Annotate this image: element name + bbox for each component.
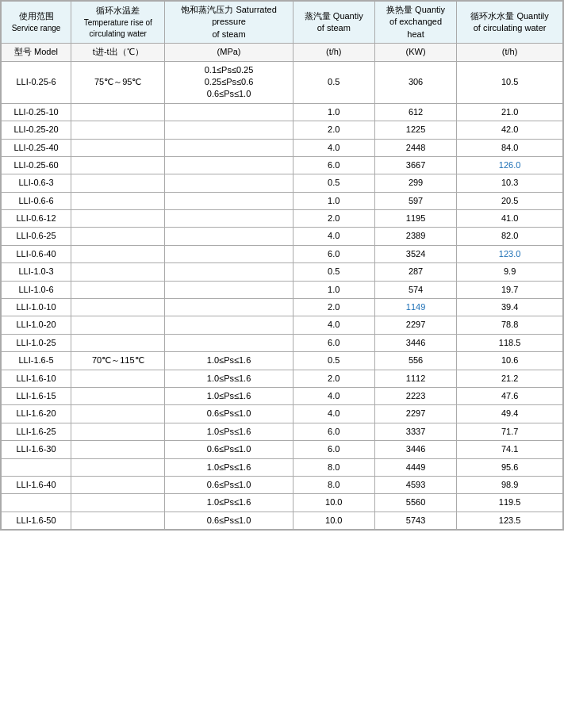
cell-steam: 1.0 bbox=[293, 281, 374, 298]
table-row: LLI-0.6-6 1.0 597 20.5 bbox=[2, 192, 563, 209]
cell-temp bbox=[71, 370, 165, 387]
cell-model bbox=[2, 458, 71, 476]
cell-pressure: 0.6≤Ps≤1.0 bbox=[165, 512, 293, 529]
cell-temp bbox=[71, 423, 165, 440]
table-row: LLI-0.6-40 6.0 3524 123.0 bbox=[2, 245, 563, 262]
cell-pressure: 0.6≤Ps≤1.0 bbox=[165, 405, 293, 423]
cell-pressure bbox=[165, 121, 293, 139]
cell-water: 95.6 bbox=[457, 458, 563, 476]
cell-pressure bbox=[165, 228, 293, 245]
cell-pressure: 1.0≤Ps≤1.6 bbox=[165, 423, 293, 440]
cell-steam: 0.5 bbox=[293, 263, 374, 281]
cell-heat: 597 bbox=[374, 192, 456, 209]
table-row: LLI-0.25-10 1.0 612 21.0 bbox=[2, 103, 563, 121]
cell-model: LLI-1.6-20 bbox=[2, 405, 71, 423]
cell-model: LLI-1.6-5 bbox=[2, 352, 71, 370]
cell-water: 78.8 bbox=[457, 316, 563, 334]
cell-pressure: 0.1≤Ps≤0.250.25≤Ps≤0.60.6≤Ps≤1.0 bbox=[165, 61, 293, 103]
cell-heat: 4449 bbox=[374, 458, 456, 476]
cell-temp bbox=[71, 156, 165, 174]
cell-pressure bbox=[165, 334, 293, 351]
cell-model: LLI-1.6-15 bbox=[2, 387, 71, 404]
subheader-temp: t进-t出（℃） bbox=[71, 44, 165, 61]
cell-temp: 70℃～115℃ bbox=[71, 352, 165, 370]
cell-model: LLI-1.6-10 bbox=[2, 370, 71, 387]
cell-pressure bbox=[165, 245, 293, 262]
cell-heat: 612 bbox=[374, 103, 456, 121]
table-row: 1.0≤Ps≤1.6 8.0 4449 95.6 bbox=[2, 458, 563, 476]
table-row: LLI-1.0-20 4.0 2297 78.8 bbox=[2, 316, 563, 334]
cell-heat: 299 bbox=[374, 174, 456, 192]
cell-temp bbox=[71, 441, 165, 458]
cell-water: 9.9 bbox=[457, 263, 563, 281]
cell-model: LLI-0.6-25 bbox=[2, 228, 71, 245]
table-row: LLI-1.0-10 2.0 1149 39.4 bbox=[2, 299, 563, 316]
cell-water: 47.6 bbox=[457, 387, 563, 404]
cell-heat: 1195 bbox=[374, 210, 456, 228]
cell-water: 10.6 bbox=[457, 352, 563, 370]
cell-temp bbox=[71, 334, 165, 351]
cell-temp bbox=[71, 139, 165, 156]
cell-temp bbox=[71, 263, 165, 281]
cell-pressure bbox=[165, 263, 293, 281]
cell-temp bbox=[71, 174, 165, 192]
table-row: LLI-1.0-25 6.0 3446 118.5 bbox=[2, 334, 563, 351]
cell-steam: 6.0 bbox=[293, 156, 374, 174]
cell-water: 21.0 bbox=[457, 103, 563, 121]
cell-heat: 2389 bbox=[374, 228, 456, 245]
table-row: LLI-1.6-15 1.0≤Ps≤1.6 4.0 2223 47.6 bbox=[2, 387, 563, 404]
table-row: LLI-1.6-10 1.0≤Ps≤1.6 2.0 1112 21.2 bbox=[2, 370, 563, 387]
cell-heat: 2297 bbox=[374, 316, 456, 334]
cell-water: 10.5 bbox=[457, 61, 563, 103]
cell-steam: 6.0 bbox=[293, 441, 374, 458]
table-row: LLI-1.6-25 1.0≤Ps≤1.6 6.0 3337 71.7 bbox=[2, 423, 563, 440]
table-row: LLI-1.6-5 70℃～115℃ 1.0≤Ps≤1.6 0.5 556 10… bbox=[2, 352, 563, 370]
cell-pressure: 0.6≤Ps≤1.0 bbox=[165, 476, 293, 493]
cell-steam: 2.0 bbox=[293, 210, 374, 228]
subheader-th: (t/h) bbox=[293, 44, 374, 61]
cell-water: 21.2 bbox=[457, 370, 563, 387]
cell-steam: 1.0 bbox=[293, 103, 374, 121]
cell-model: LLI-0.6-12 bbox=[2, 210, 71, 228]
cell-steam: 0.5 bbox=[293, 61, 374, 103]
cell-pressure: 1.0≤Ps≤1.6 bbox=[165, 370, 293, 387]
cell-steam: 4.0 bbox=[293, 405, 374, 423]
cell-temp: 75℃～95℃ bbox=[71, 61, 165, 103]
table-row: LLI-0.25-20 2.0 1225 42.0 bbox=[2, 121, 563, 139]
table-row: LLI-0.25-6 75℃～95℃ 0.1≤Ps≤0.250.25≤Ps≤0.… bbox=[2, 61, 563, 103]
cell-water: 42.0 bbox=[457, 121, 563, 139]
table-row: LLI-1.0-6 1.0 574 19.7 bbox=[2, 281, 563, 298]
cell-temp bbox=[71, 192, 165, 209]
table-row: LLI-1.6-50 0.6≤Ps≤1.0 10.0 5743 123.5 bbox=[2, 512, 563, 529]
cell-steam: 6.0 bbox=[293, 423, 374, 440]
cell-model: LLI-0.25-20 bbox=[2, 121, 71, 139]
table-row: LLI-0.6-3 0.5 299 10.3 bbox=[2, 174, 563, 192]
cell-water: 41.0 bbox=[457, 210, 563, 228]
main-table-container: 使用范围 Service range 循环水温差 Temperature ris… bbox=[0, 0, 564, 531]
cell-model: LLI-1.6-40 bbox=[2, 476, 71, 493]
cell-steam: 10.0 bbox=[293, 512, 374, 529]
cell-water: 82.0 bbox=[457, 228, 563, 245]
cell-water: 71.7 bbox=[457, 423, 563, 440]
cell-heat: 2223 bbox=[374, 387, 456, 404]
cell-heat: 574 bbox=[374, 281, 456, 298]
cell-steam: 2.0 bbox=[293, 299, 374, 316]
cell-water: 123.5 bbox=[457, 512, 563, 529]
cell-heat: 4593 bbox=[374, 476, 456, 493]
cell-temp bbox=[71, 228, 165, 245]
cell-heat: 1225 bbox=[374, 121, 456, 139]
subheader-model: 型号 Model bbox=[2, 44, 71, 61]
cell-pressure: 1.0≤Ps≤1.6 bbox=[165, 458, 293, 476]
cell-pressure bbox=[165, 192, 293, 209]
cell-heat: 5743 bbox=[374, 512, 456, 529]
cell-steam: 4.0 bbox=[293, 387, 374, 404]
cell-temp bbox=[71, 121, 165, 139]
table-row: LLI-0.6-12 2.0 1195 41.0 bbox=[2, 210, 563, 228]
cell-steam: 6.0 bbox=[293, 334, 374, 351]
cell-heat: 3446 bbox=[374, 441, 456, 458]
subheader-kw: (KW) bbox=[374, 44, 456, 61]
cell-temp bbox=[71, 405, 165, 423]
cell-model: LLI-0.25-60 bbox=[2, 156, 71, 174]
cell-model: LLI-1.6-50 bbox=[2, 512, 71, 529]
cell-model: LLI-0.6-40 bbox=[2, 245, 71, 262]
